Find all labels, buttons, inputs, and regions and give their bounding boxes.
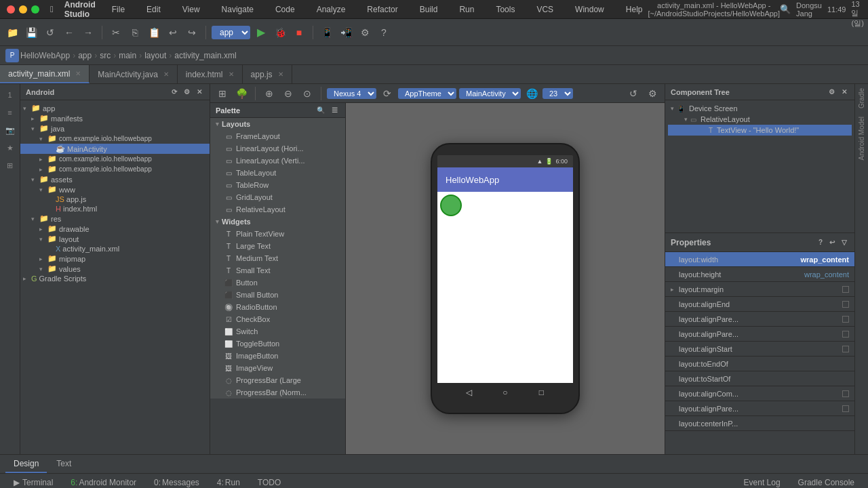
messages-tab[interactable]: 0: Messages: [146, 474, 208, 488]
comp-textview[interactable]: T TextView - "Hello World!": [668, 125, 852, 136]
toolbar-open-folder[interactable]: 📁: [4, 24, 20, 41]
run-tab[interactable]: 4: Run: [209, 474, 248, 488]
gradle-tab[interactable]: Gradle: [856, 84, 867, 113]
tab-close-icon[interactable]: ✕: [278, 70, 283, 78]
toolbar-back[interactable]: ←: [61, 24, 77, 41]
tree-manifests[interactable]: ▸ 📁 manifests: [20, 113, 210, 123]
tree-values[interactable]: ▾ 📁 values: [20, 264, 210, 274]
menu-window[interactable]: Window: [570, 5, 610, 14]
mac-minimize-button[interactable]: [19, 5, 27, 14]
zoom-in-btn[interactable]: ⊕: [261, 85, 277, 102]
tree-appjs[interactable]: JS app.js: [20, 195, 210, 204]
palette-search-btn[interactable]: 🔍: [315, 106, 327, 115]
tree-drawable[interactable]: ▸ 📁 drawable: [20, 224, 210, 234]
prop-align-parent-3[interactable]: layout:alignPare...: [665, 401, 854, 416]
tab-design[interactable]: Design: [5, 455, 47, 473]
prop-align-start[interactable]: layout:alignStart: [665, 342, 854, 357]
breadcrumb-main[interactable]: main: [119, 51, 136, 60]
toolbar-cut[interactable]: ✂: [108, 24, 124, 41]
palette-relativelayout[interactable]: ▭ RelativeLayout: [210, 203, 345, 216]
tab-close-icon[interactable]: ✕: [75, 70, 81, 77]
search-icon[interactable]: 🔍: [780, 4, 791, 14]
tree-java[interactable]: ▾ 📁 java: [20, 123, 210, 134]
prop-align-parent-1[interactable]: layout:alignPare...: [665, 312, 854, 327]
menu-edit[interactable]: Edit: [141, 5, 166, 14]
phone-back-btn[interactable]: ◁: [464, 387, 475, 398]
refresh-preview-btn[interactable]: ↺: [625, 85, 642, 102]
sidebar-favorites-icon[interactable]: ★: [2, 140, 18, 156]
tree-mainactivity[interactable]: ☕ MainActivity: [20, 144, 210, 154]
menu-run[interactable]: Run: [454, 5, 479, 14]
prop-to-start-of[interactable]: layout:toStartOf: [665, 371, 854, 386]
run-button[interactable]: ▶: [253, 24, 269, 41]
palette-plain-textview[interactable]: T Plain TextView: [210, 228, 345, 240]
tab-app-js[interactable]: app.js ✕: [243, 65, 292, 83]
mac-maximize-button[interactable]: [31, 5, 39, 14]
palette-togglebutton[interactable]: ⬜ ToggleButton: [210, 338, 345, 350]
menu-vcs[interactable]: VCS: [531, 5, 559, 14]
zoom-fit-btn[interactable]: ⊙: [299, 85, 315, 102]
palette-switch[interactable]: ⬜ Switch: [210, 325, 345, 338]
properties-filter-btn[interactable]: ▽: [840, 238, 849, 247]
tab-close-icon[interactable]: ✕: [163, 70, 169, 78]
tree-mipmap[interactable]: ▸ 📁 mipmap: [20, 253, 210, 264]
palette-tablerow[interactable]: ▭ TableRow: [210, 179, 345, 191]
properties-undo-btn[interactable]: ↩: [827, 238, 837, 247]
tree-com3[interactable]: ▸ 📁 com.example.iolo.hellowebapp: [20, 164, 210, 174]
toolbar-redo[interactable]: ↪: [184, 24, 200, 41]
palette-section-widgets-header[interactable]: ▾ Widgets: [210, 216, 345, 228]
palette-small-text[interactable]: T Small Text: [210, 264, 345, 277]
prop-to-end-of[interactable]: layout:toEndOf: [665, 357, 854, 371]
toolbar-undo[interactable]: ↩: [165, 24, 181, 41]
apple-menu[interactable]: : [50, 4, 54, 14]
sidebar-captures-icon[interactable]: 📷: [2, 122, 18, 138]
palette-large-text[interactable]: T Large Text: [210, 240, 345, 252]
phone-recents-btn[interactable]: □: [536, 387, 547, 398]
toolbar-sdk-manager[interactable]: 📱: [319, 24, 335, 41]
toolbar-save[interactable]: 💾: [23, 24, 39, 41]
menu-view[interactable]: View: [177, 5, 205, 14]
toolbar-paste[interactable]: 📋: [146, 24, 162, 41]
palette-imageview[interactable]: 🖼 ImageView: [210, 362, 345, 374]
sidebar-build-variants-icon[interactable]: ⊞: [2, 157, 18, 174]
menu-tools[interactable]: Tools: [490, 5, 520, 14]
android-monitor-tab[interactable]: 6: Android Monitor: [62, 474, 144, 488]
comp-device-screen[interactable]: ▾ 📱 Device Screen: [668, 103, 852, 114]
mac-window-controls[interactable]: [7, 5, 39, 14]
toolbar-help[interactable]: ?: [376, 24, 392, 41]
tab-text[interactable]: Text: [48, 455, 79, 473]
palette-framelayout[interactable]: ▭ FrameLayout: [210, 130, 345, 142]
debug-button[interactable]: 🐞: [272, 24, 288, 41]
api-dropdown[interactable]: 23: [542, 88, 573, 99]
tree-com1[interactable]: ▾ 📁 com.example.iolo.hellowebapp: [20, 134, 210, 144]
project-settings-btn[interactable]: ⚙: [182, 87, 192, 96]
toolbar-copy[interactable]: ⎘: [127, 24, 143, 41]
prop-layout-height[interactable]: layout:height wrap_content: [665, 267, 854, 282]
tree-www[interactable]: ▾ 📁 www: [20, 184, 210, 195]
palette-radiobutton[interactable]: 🔘 RadioButton: [210, 301, 345, 313]
menu-code[interactable]: Code: [270, 5, 300, 14]
project-close-btn[interactable]: ✕: [195, 87, 204, 96]
palette-list-btn[interactable]: ☰: [330, 106, 340, 115]
prop-center-in-parent[interactable]: layout:centerInP...: [665, 416, 854, 431]
breadcrumb-app[interactable]: app: [78, 51, 92, 60]
comp-tree-settings-btn[interactable]: ⚙: [827, 87, 837, 96]
tree-activity-main-xml[interactable]: X activity_main.xml: [20, 244, 210, 253]
theme-dropdown[interactable]: AppTheme: [398, 88, 456, 99]
tree-layout[interactable]: ▾ 📁 layout: [20, 234, 210, 244]
tab-mainactivity-java[interactable]: MainActivity.java ✕: [90, 65, 177, 83]
prop-align-end[interactable]: layout:alignEnd: [665, 297, 854, 312]
palette-section-layouts-header[interactable]: ▾ Layouts: [210, 118, 345, 130]
device-dropdown[interactable]: Nexus 4: [327, 88, 376, 99]
stop-button[interactable]: ■: [291, 24, 307, 41]
properties-help-btn[interactable]: ?: [816, 238, 825, 247]
tree-assets[interactable]: ▾ 📁 assets: [20, 174, 210, 184]
palette-checkbox[interactable]: ☑ CheckBox: [210, 313, 345, 325]
tab-index-html[interactable]: index.html ✕: [178, 65, 243, 83]
component-tree-toggle-btn[interactable]: 🌳: [233, 85, 250, 102]
prop-layout-width[interactable]: layout:width wrap_content: [665, 252, 854, 267]
menu-navigate[interactable]: Navigate: [216, 5, 259, 14]
menu-refactor[interactable]: Refactor: [361, 5, 403, 14]
palette-imagebutton[interactable]: 🖼 ImageButton: [210, 350, 345, 362]
palette-button[interactable]: ⬛ Button: [210, 277, 345, 289]
